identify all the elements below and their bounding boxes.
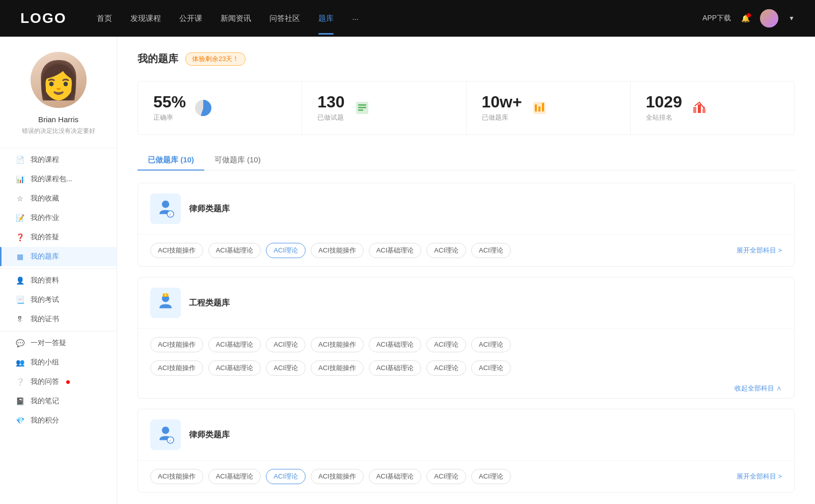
sidebar-item-group[interactable]: 👥 我的小组 bbox=[0, 353, 117, 372]
accuracy-label: 正确率 bbox=[153, 113, 186, 122]
bank-stat-icon bbox=[530, 99, 549, 117]
sidebar-menu: 📄 我的课程 📊 我的课程包... ☆ 我的收藏 📝 我的作业 ❓ 我的答疑 ▦ bbox=[0, 150, 117, 430]
sidebar-label: 我的收藏 bbox=[31, 194, 59, 203]
rank-label: 全站排名 bbox=[646, 113, 682, 122]
nav-open-course[interactable]: 公开课 bbox=[179, 14, 202, 23]
tag[interactable]: ACI理论 bbox=[471, 243, 511, 258]
chevron-down-icon[interactable]: ▼ bbox=[789, 15, 795, 22]
sidebar-item-my-qa[interactable]: ❔ 我的问答 bbox=[0, 372, 117, 391]
tag[interactable]: ACI技能操作 bbox=[150, 337, 203, 352]
sidebar-item-course-pkg[interactable]: 📊 我的课程包... bbox=[0, 170, 117, 189]
list-icon bbox=[353, 99, 371, 117]
tag[interactable]: ACI理论 bbox=[471, 360, 511, 376]
tabs-row: 已做题库 (10) 可做题库 (10) bbox=[138, 150, 795, 171]
tag[interactable]: ACI基础理论 bbox=[369, 469, 422, 484]
tag[interactable]: ACI理论 bbox=[426, 337, 466, 352]
svg-rect-7 bbox=[542, 103, 544, 111]
file-exam-icon: 📃 bbox=[15, 295, 24, 304]
sidebar-item-notes[interactable]: 📓 我的笔记 bbox=[0, 391, 117, 411]
sidebar-item-points[interactable]: 💎 我的积分 bbox=[0, 411, 117, 430]
banks-value: 10w+ bbox=[482, 94, 522, 110]
tag[interactable]: ACI理论 bbox=[471, 469, 511, 484]
svg-rect-5 bbox=[535, 104, 537, 111]
main-layout: Brian Harris 错误的决定比没有决定要好 📄 我的课程 📊 我的课程包… bbox=[0, 0, 815, 504]
expand-link-1[interactable]: 展开全部科目 > bbox=[737, 246, 782, 255]
sidebar-label: 我的问答 bbox=[31, 377, 59, 386]
tag[interactable]: ACI技能操作 bbox=[311, 469, 364, 484]
sidebar-label: 我的考试 bbox=[31, 295, 59, 304]
tab-available[interactable]: 可做题库 (10) bbox=[204, 150, 271, 170]
tag[interactable]: ACI理论 bbox=[266, 337, 306, 352]
sidebar-item-qa[interactable]: ❓ 我的答疑 bbox=[0, 228, 117, 247]
rank-icon bbox=[690, 99, 709, 117]
bank-title-3: 律师类题库 bbox=[189, 430, 230, 440]
qmark-icon: ❔ bbox=[15, 377, 24, 386]
main-content: 我的题库 体验剩余23天！ 55% 正确率 130 已做试题 bbox=[117, 37, 815, 504]
nav-bank[interactable]: 题库 bbox=[318, 14, 334, 23]
sidebar-item-1on1[interactable]: 💬 一对一答疑 bbox=[0, 333, 117, 353]
tag[interactable]: ACI理论 bbox=[426, 469, 466, 484]
questions-value: 130 bbox=[317, 94, 344, 110]
sidebar-label: 我的笔记 bbox=[31, 397, 59, 406]
tag[interactable]: ACI基础理论 bbox=[369, 243, 422, 258]
grid-icon: ▦ bbox=[15, 252, 24, 261]
user-motto: 错误的决定比没有决定要好 bbox=[12, 127, 105, 135]
sidebar-label: 我的小组 bbox=[31, 358, 59, 367]
svg-point-12 bbox=[162, 201, 169, 208]
sidebar-item-profile[interactable]: 👤 我的资料 bbox=[0, 271, 117, 290]
bank-title-2: 工程类题库 bbox=[189, 298, 230, 309]
bank-card-header-3: ✓ 律师类题库 bbox=[138, 409, 794, 461]
tag[interactable]: ACI技能操作 bbox=[150, 360, 203, 376]
sidebar-label: 我的作业 bbox=[31, 213, 59, 222]
banks-label: 已做题库 bbox=[482, 113, 522, 122]
sidebar-label: 我的答疑 bbox=[31, 233, 59, 242]
tag[interactable]: ACI技能操作 bbox=[311, 360, 364, 376]
tag[interactable]: ACI基础理论 bbox=[369, 360, 422, 376]
tag-active[interactable]: ACI理论 bbox=[266, 243, 306, 258]
cert-icon: 🎖 bbox=[15, 315, 24, 324]
chat-icon: 💬 bbox=[15, 339, 24, 348]
bell-button[interactable]: 🔔 bbox=[741, 14, 750, 22]
tag[interactable]: ACI技能操作 bbox=[311, 243, 364, 258]
star-icon: ☆ bbox=[15, 194, 24, 203]
svg-rect-9 bbox=[698, 104, 701, 113]
tag[interactable]: ACI理论 bbox=[471, 337, 511, 352]
nav-qa[interactable]: 问答社区 bbox=[269, 14, 300, 23]
tab-done[interactable]: 已做题库 (10) bbox=[138, 150, 204, 170]
tag[interactable]: ACI理论 bbox=[426, 243, 466, 258]
nav-home[interactable]: 首页 bbox=[97, 14, 112, 23]
tag[interactable]: ACI技能操作 bbox=[311, 337, 364, 352]
avatar[interactable] bbox=[760, 9, 778, 27]
tag-active[interactable]: ACI理论 bbox=[266, 469, 306, 484]
nav-more[interactable]: ··· bbox=[352, 14, 359, 23]
gem-icon: 💎 bbox=[15, 416, 24, 425]
tag[interactable]: ACI基础理论 bbox=[208, 243, 261, 258]
collapse-link-2[interactable]: 收起全部科目 ∧ bbox=[138, 384, 794, 398]
tag[interactable]: ACI理论 bbox=[266, 360, 306, 376]
tag[interactable]: ACI基础理论 bbox=[208, 469, 261, 484]
tag[interactable]: ACI基础理论 bbox=[208, 337, 261, 352]
sidebar-item-favorites[interactable]: ☆ 我的收藏 bbox=[0, 189, 117, 208]
bank-tags-1: ACI技能操作 ACI基础理论 ACI理论 ACI技能操作 ACI基础理论 AC… bbox=[138, 235, 794, 266]
tag[interactable]: ACI理论 bbox=[426, 360, 466, 376]
svg-text:✓: ✓ bbox=[169, 438, 172, 443]
nav-news[interactable]: 新闻资讯 bbox=[221, 14, 251, 23]
svg-point-18 bbox=[162, 427, 169, 434]
tag[interactable]: ACI基础理论 bbox=[369, 337, 422, 352]
sidebar-item-homework[interactable]: 📝 我的作业 bbox=[0, 208, 117, 228]
sidebar-item-question-bank[interactable]: ▦ 我的题库 bbox=[0, 247, 117, 266]
app-download-link[interactable]: APP下载 bbox=[702, 14, 731, 23]
sidebar-item-my-course[interactable]: 📄 我的课程 bbox=[0, 150, 117, 170]
svg-point-11 bbox=[703, 107, 705, 109]
tag[interactable]: ACI技能操作 bbox=[150, 469, 203, 484]
sidebar-item-cert[interactable]: 🎖 我的证书 bbox=[0, 310, 117, 329]
tag[interactable]: ACI基础理论 bbox=[208, 360, 261, 376]
nav-right: APP下载 🔔 ▼ bbox=[702, 9, 795, 27]
expand-link-3[interactable]: 展开全部科目 > bbox=[737, 472, 782, 481]
tag[interactable]: ACI技能操作 bbox=[150, 243, 203, 258]
nav-discover[interactable]: 发现课程 bbox=[130, 14, 161, 23]
svg-rect-1 bbox=[358, 104, 366, 106]
svg-text:✓: ✓ bbox=[169, 212, 172, 217]
lawyer-icon-2: ✓ bbox=[150, 419, 181, 450]
sidebar-item-exam[interactable]: 📃 我的考试 bbox=[0, 290, 117, 310]
